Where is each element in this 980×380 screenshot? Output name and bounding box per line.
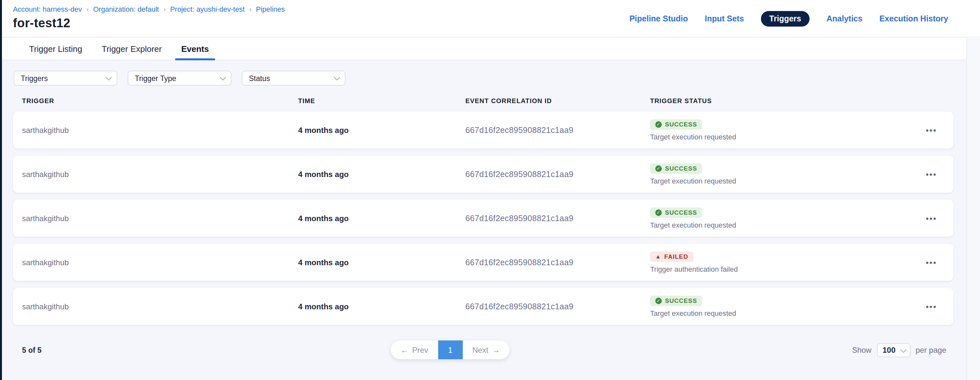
row-menu-button[interactable]: ••• — [926, 170, 937, 178]
nav-triggers[interactable]: Triggers — [761, 11, 810, 26]
row-count: 5 of 5 — [22, 346, 41, 354]
trigger-name: sarthakgithub — [22, 302, 298, 311]
table-row[interactable]: sarthakgithub 4 months ago 667d16f2ec895… — [13, 244, 953, 281]
arrow-left-icon: ← — [401, 345, 408, 354]
tab-trigger-explorer[interactable]: Trigger Explorer — [102, 38, 162, 60]
pipeline-triggers-events-page: Account: harness-dev › Organization: def… — [0, 0, 980, 380]
trigger-name: sarthakgithub — [22, 258, 298, 267]
row-menu-button[interactable]: ••• — [926, 126, 937, 134]
row-menu-button[interactable]: ••• — [926, 259, 937, 266]
table-row[interactable]: sarthakgithub 4 months ago 667d16f2ec895… — [13, 112, 953, 148]
status-detail: Target execution requested — [650, 309, 736, 317]
check-circle-icon — [655, 165, 662, 172]
nav-input-sets[interactable]: Input Sets — [705, 14, 744, 23]
trigger-name: sarthakgithub — [22, 126, 298, 134]
event-correlation-id: 667d16f2ec895908821c1aa9 — [465, 214, 650, 223]
pipeline-section-nav: Pipeline Studio Input Sets Triggers Anal… — [629, 0, 948, 37]
trigger-name: sarthakgithub — [22, 214, 298, 223]
status-detail: Target execution requested — [650, 133, 736, 141]
triggers-tabs: Trigger Listing Trigger Explorer Events — [0, 37, 966, 60]
column-header-trigger-status: TRIGGER STATUS — [650, 97, 918, 104]
status-label: SUCCESS — [665, 209, 697, 216]
tab-events[interactable]: Events — [181, 38, 209, 60]
status-badge: FAILED — [650, 252, 693, 262]
page-header: Account: harness-dev › Organization: def… — [0, 0, 980, 37]
table-header-row: TRIGGER TIME EVENT CORRELATION ID TRIGGE… — [22, 97, 944, 104]
prev-page-button[interactable]: ← Prev — [391, 340, 438, 359]
table-row[interactable]: sarthakgithub 4 months ago 667d16f2ec895… — [13, 288, 953, 325]
events-content: Triggers Trigger Type Status TRIGGER TIM… — [0, 60, 966, 380]
table-row[interactable]: sarthakgithub 4 months ago 667d16f2ec895… — [13, 156, 953, 193]
chevron-down-icon — [334, 74, 340, 80]
triggers-filter-select[interactable]: Triggers — [14, 71, 117, 86]
status-badge: SUCCESS — [650, 119, 702, 130]
table-row[interactable]: sarthakgithub 4 months ago 667d16f2ec895… — [13, 200, 953, 237]
filters-row: Triggers Trigger Type Status — [14, 71, 966, 86]
trigger-type-filter-select[interactable]: Trigger Type — [128, 71, 231, 86]
status-label: FAILED — [664, 254, 688, 260]
status-filter-select[interactable]: Status — [242, 71, 345, 86]
trigger-status-cell: SUCCESS Target execution requested — [650, 119, 918, 141]
trigger-status-cell: SUCCESS Target execution requested — [650, 296, 918, 318]
check-circle-icon — [655, 298, 662, 304]
status-label: SUCCESS — [665, 298, 697, 305]
table-footer: 5 of 5 ← Prev 1 Next → Show 100 per page — [0, 340, 966, 360]
tab-trigger-listing[interactable]: Trigger Listing — [29, 38, 82, 60]
check-circle-icon — [655, 209, 662, 216]
breadcrumb-separator-icon: › — [86, 5, 89, 12]
chevron-down-icon — [900, 346, 907, 353]
column-header-event-correlation-id: EVENT CORRELATION ID — [465, 97, 650, 104]
triggers-filter-label: Triggers — [21, 74, 48, 82]
nav-pipeline-studio[interactable]: Pipeline Studio — [629, 14, 688, 23]
trigger-status-cell: SUCCESS Target execution requested — [650, 163, 918, 185]
breadcrumb-account-link[interactable]: Account: harness-dev — [13, 5, 82, 13]
chevron-down-icon — [106, 74, 112, 80]
event-correlation-id: 667d16f2ec895908821c1aa9 — [465, 302, 650, 311]
trigger-type-filter-label: Trigger Type — [135, 74, 176, 82]
page-size-select[interactable]: 100 — [877, 343, 910, 357]
warning-icon — [655, 254, 661, 259]
event-time: 4 months ago — [298, 169, 465, 179]
show-label: Show — [852, 346, 872, 355]
breadcrumb-separator-icon: › — [164, 5, 166, 12]
per-page-label: per page — [915, 346, 946, 355]
status-label: SUCCESS — [665, 165, 697, 172]
status-badge: SUCCESS — [650, 163, 702, 174]
event-time: 4 months ago — [298, 126, 465, 134]
row-menu-button[interactable]: ••• — [926, 214, 937, 222]
event-time: 4 months ago — [298, 214, 465, 223]
nav-analytics[interactable]: Analytics — [826, 14, 862, 23]
status-filter-label: Status — [249, 74, 270, 82]
status-badge: SUCCESS — [650, 296, 702, 307]
arrow-right-icon: → — [492, 345, 500, 354]
trigger-status-cell: SUCCESS Target execution requested — [650, 208, 918, 229]
row-menu-button[interactable]: ••• — [926, 302, 937, 310]
event-time: 4 months ago — [298, 258, 465, 267]
status-badge: SUCCESS — [650, 208, 702, 218]
status-detail: Target execution requested — [650, 221, 736, 229]
status-detail: Trigger authentication failed — [650, 265, 738, 273]
breadcrumb-pipelines-link[interactable]: Pipelines — [256, 5, 285, 13]
events-table: sarthakgithub 4 months ago 667d16f2ec895… — [13, 112, 953, 325]
page-size-control: Show 100 per page — [852, 343, 946, 357]
column-header-time: TIME — [298, 97, 465, 104]
breadcrumb-project-link[interactable]: Project: ayushi-dev-test — [170, 5, 245, 13]
breadcrumb-organization-link[interactable]: Organization: default — [93, 5, 159, 13]
check-circle-icon — [655, 121, 662, 128]
event-correlation-id: 667d16f2ec895908821c1aa9 — [465, 126, 650, 134]
breadcrumb-separator-icon: › — [249, 5, 251, 12]
scrollbar-track[interactable] — [966, 36, 980, 380]
trigger-name: sarthakgithub — [22, 169, 298, 179]
status-label: SUCCESS — [665, 121, 697, 128]
event-time: 4 months ago — [298, 302, 465, 311]
trigger-status-cell: FAILED Trigger authentication failed — [650, 252, 918, 273]
current-page-button[interactable]: 1 — [438, 340, 463, 359]
chevron-down-icon — [220, 74, 226, 80]
nav-execution-history[interactable]: Execution History — [879, 14, 948, 23]
status-detail: Target execution requested — [650, 177, 736, 185]
event-correlation-id: 667d16f2ec895908821c1aa9 — [465, 258, 650, 267]
next-page-button[interactable]: Next → — [463, 340, 509, 359]
pagination: ← Prev 1 Next → — [391, 340, 510, 359]
collapsed-sidebar-edge — [0, 0, 2, 380]
column-header-trigger: TRIGGER — [22, 97, 298, 104]
